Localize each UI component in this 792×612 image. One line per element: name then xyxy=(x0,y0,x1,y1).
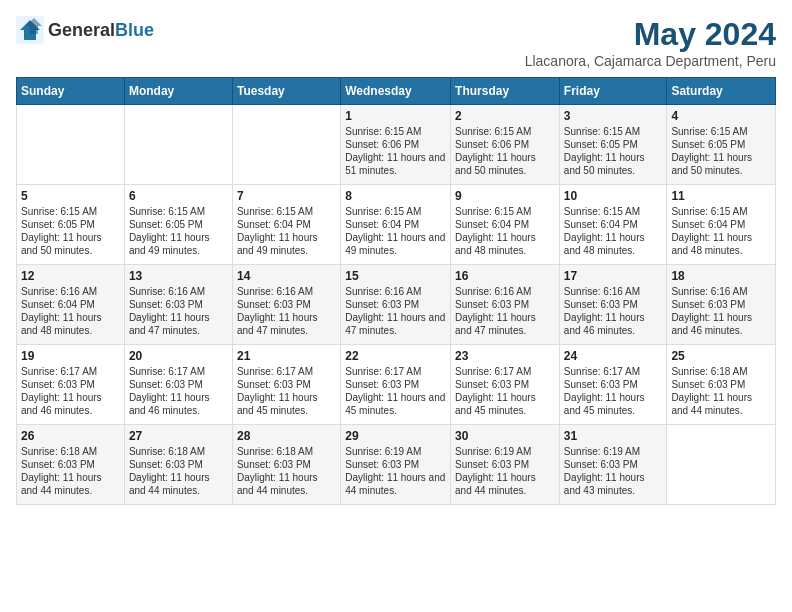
day-number: 28 xyxy=(237,429,336,443)
table-row: 13Sunrise: 6:16 AMSunset: 6:03 PMDayligh… xyxy=(124,265,232,345)
day-number: 8 xyxy=(345,189,446,203)
table-row: 15Sunrise: 6:16 AMSunset: 6:03 PMDayligh… xyxy=(341,265,451,345)
table-row: 4Sunrise: 6:15 AMSunset: 6:05 PMDaylight… xyxy=(667,105,776,185)
day-info: Sunrise: 6:19 AMSunset: 6:03 PMDaylight:… xyxy=(564,445,663,497)
table-row: 21Sunrise: 6:17 AMSunset: 6:03 PMDayligh… xyxy=(232,345,340,425)
day-number: 9 xyxy=(455,189,555,203)
table-row xyxy=(124,105,232,185)
table-row xyxy=(232,105,340,185)
table-row: 16Sunrise: 6:16 AMSunset: 6:03 PMDayligh… xyxy=(451,265,560,345)
table-row: 11Sunrise: 6:15 AMSunset: 6:04 PMDayligh… xyxy=(667,185,776,265)
day-number: 24 xyxy=(564,349,663,363)
day-number: 7 xyxy=(237,189,336,203)
table-row: 10Sunrise: 6:15 AMSunset: 6:04 PMDayligh… xyxy=(559,185,667,265)
day-info: Sunrise: 6:15 AMSunset: 6:05 PMDaylight:… xyxy=(671,125,771,177)
table-row: 12Sunrise: 6:16 AMSunset: 6:04 PMDayligh… xyxy=(17,265,125,345)
day-number: 25 xyxy=(671,349,771,363)
day-number: 23 xyxy=(455,349,555,363)
day-info: Sunrise: 6:18 AMSunset: 6:03 PMDaylight:… xyxy=(129,445,228,497)
table-row: 27Sunrise: 6:18 AMSunset: 6:03 PMDayligh… xyxy=(124,425,232,505)
table-row: 5Sunrise: 6:15 AMSunset: 6:05 PMDaylight… xyxy=(17,185,125,265)
day-number: 19 xyxy=(21,349,120,363)
page-header: GeneralBlue May 2024 Llacanora, Cajamarc… xyxy=(16,16,776,69)
day-number: 2 xyxy=(455,109,555,123)
header-sunday: Sunday xyxy=(17,78,125,105)
table-row xyxy=(17,105,125,185)
day-info: Sunrise: 6:17 AMSunset: 6:03 PMDaylight:… xyxy=(455,365,555,417)
table-row: 8Sunrise: 6:15 AMSunset: 6:04 PMDaylight… xyxy=(341,185,451,265)
calendar-week-row: 19Sunrise: 6:17 AMSunset: 6:03 PMDayligh… xyxy=(17,345,776,425)
calendar-week-row: 1Sunrise: 6:15 AMSunset: 6:06 PMDaylight… xyxy=(17,105,776,185)
day-number: 22 xyxy=(345,349,446,363)
day-number: 30 xyxy=(455,429,555,443)
day-number: 5 xyxy=(21,189,120,203)
day-number: 13 xyxy=(129,269,228,283)
calendar-week-row: 26Sunrise: 6:18 AMSunset: 6:03 PMDayligh… xyxy=(17,425,776,505)
day-number: 18 xyxy=(671,269,771,283)
day-info: Sunrise: 6:15 AMSunset: 6:05 PMDaylight:… xyxy=(21,205,120,257)
day-info: Sunrise: 6:15 AMSunset: 6:05 PMDaylight:… xyxy=(564,125,663,177)
table-row: 23Sunrise: 6:17 AMSunset: 6:03 PMDayligh… xyxy=(451,345,560,425)
header-wednesday: Wednesday xyxy=(341,78,451,105)
table-row: 30Sunrise: 6:19 AMSunset: 6:03 PMDayligh… xyxy=(451,425,560,505)
table-row: 9Sunrise: 6:15 AMSunset: 6:04 PMDaylight… xyxy=(451,185,560,265)
day-number: 29 xyxy=(345,429,446,443)
table-row xyxy=(667,425,776,505)
table-row: 25Sunrise: 6:18 AMSunset: 6:03 PMDayligh… xyxy=(667,345,776,425)
day-number: 4 xyxy=(671,109,771,123)
table-row: 18Sunrise: 6:16 AMSunset: 6:03 PMDayligh… xyxy=(667,265,776,345)
day-number: 17 xyxy=(564,269,663,283)
day-number: 14 xyxy=(237,269,336,283)
day-number: 12 xyxy=(21,269,120,283)
day-number: 26 xyxy=(21,429,120,443)
table-row: 20Sunrise: 6:17 AMSunset: 6:03 PMDayligh… xyxy=(124,345,232,425)
table-row: 26Sunrise: 6:18 AMSunset: 6:03 PMDayligh… xyxy=(17,425,125,505)
day-info: Sunrise: 6:15 AMSunset: 6:04 PMDaylight:… xyxy=(237,205,336,257)
logo-icon xyxy=(16,16,44,44)
title-area: May 2024 Llacanora, Cajamarca Department… xyxy=(525,16,776,69)
table-row: 28Sunrise: 6:18 AMSunset: 6:03 PMDayligh… xyxy=(232,425,340,505)
table-row: 2Sunrise: 6:15 AMSunset: 6:06 PMDaylight… xyxy=(451,105,560,185)
calendar-table: Sunday Monday Tuesday Wednesday Thursday… xyxy=(16,77,776,505)
day-info: Sunrise: 6:17 AMSunset: 6:03 PMDaylight:… xyxy=(129,365,228,417)
day-info: Sunrise: 6:15 AMSunset: 6:06 PMDaylight:… xyxy=(345,125,446,177)
day-info: Sunrise: 6:17 AMSunset: 6:03 PMDaylight:… xyxy=(237,365,336,417)
day-info: Sunrise: 6:16 AMSunset: 6:03 PMDaylight:… xyxy=(564,285,663,337)
table-row: 6Sunrise: 6:15 AMSunset: 6:05 PMDaylight… xyxy=(124,185,232,265)
location-title: Llacanora, Cajamarca Department, Peru xyxy=(525,53,776,69)
day-info: Sunrise: 6:16 AMSunset: 6:03 PMDaylight:… xyxy=(129,285,228,337)
day-info: Sunrise: 6:15 AMSunset: 6:06 PMDaylight:… xyxy=(455,125,555,177)
day-info: Sunrise: 6:17 AMSunset: 6:03 PMDaylight:… xyxy=(564,365,663,417)
calendar-week-row: 5Sunrise: 6:15 AMSunset: 6:05 PMDaylight… xyxy=(17,185,776,265)
day-number: 15 xyxy=(345,269,446,283)
day-info: Sunrise: 6:16 AMSunset: 6:04 PMDaylight:… xyxy=(21,285,120,337)
header-monday: Monday xyxy=(124,78,232,105)
day-number: 6 xyxy=(129,189,228,203)
day-info: Sunrise: 6:15 AMSunset: 6:04 PMDaylight:… xyxy=(345,205,446,257)
table-row: 17Sunrise: 6:16 AMSunset: 6:03 PMDayligh… xyxy=(559,265,667,345)
day-info: Sunrise: 6:15 AMSunset: 6:05 PMDaylight:… xyxy=(129,205,228,257)
table-row: 3Sunrise: 6:15 AMSunset: 6:05 PMDaylight… xyxy=(559,105,667,185)
day-info: Sunrise: 6:15 AMSunset: 6:04 PMDaylight:… xyxy=(564,205,663,257)
day-number: 21 xyxy=(237,349,336,363)
logo-blue: Blue xyxy=(115,20,154,40)
day-number: 20 xyxy=(129,349,228,363)
day-number: 1 xyxy=(345,109,446,123)
day-info: Sunrise: 6:18 AMSunset: 6:03 PMDaylight:… xyxy=(237,445,336,497)
table-row: 22Sunrise: 6:17 AMSunset: 6:03 PMDayligh… xyxy=(341,345,451,425)
logo-general: General xyxy=(48,20,115,40)
table-row: 24Sunrise: 6:17 AMSunset: 6:03 PMDayligh… xyxy=(559,345,667,425)
day-number: 10 xyxy=(564,189,663,203)
day-info: Sunrise: 6:19 AMSunset: 6:03 PMDaylight:… xyxy=(455,445,555,497)
weekday-header-row: Sunday Monday Tuesday Wednesday Thursday… xyxy=(17,78,776,105)
header-saturday: Saturday xyxy=(667,78,776,105)
day-info: Sunrise: 6:16 AMSunset: 6:03 PMDaylight:… xyxy=(237,285,336,337)
day-number: 3 xyxy=(564,109,663,123)
day-info: Sunrise: 6:16 AMSunset: 6:03 PMDaylight:… xyxy=(345,285,446,337)
calendar-week-row: 12Sunrise: 6:16 AMSunset: 6:04 PMDayligh… xyxy=(17,265,776,345)
day-info: Sunrise: 6:19 AMSunset: 6:03 PMDaylight:… xyxy=(345,445,446,497)
day-info: Sunrise: 6:18 AMSunset: 6:03 PMDaylight:… xyxy=(21,445,120,497)
table-row: 19Sunrise: 6:17 AMSunset: 6:03 PMDayligh… xyxy=(17,345,125,425)
month-title: May 2024 xyxy=(525,16,776,53)
day-number: 11 xyxy=(671,189,771,203)
